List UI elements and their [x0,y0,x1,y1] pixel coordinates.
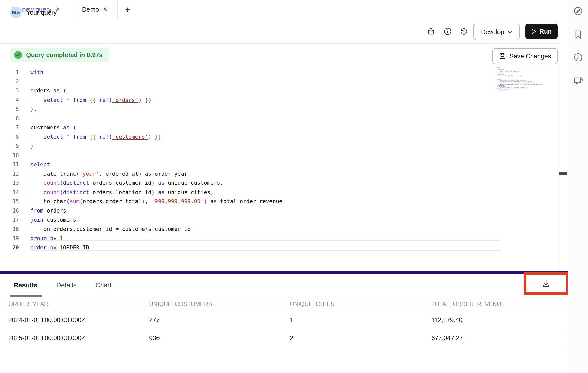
line-number: 19 [0,234,19,243]
share-icon[interactable] [427,27,435,36]
code-line: 16from orders [0,206,556,216]
line-number: 3 [0,86,19,96]
editor-tab[interactable]: Demo✕ [72,0,118,19]
sidebar-divider [568,46,588,46]
code-line: 9) [0,142,556,151]
scrollbar-thumb[interactable] [559,172,567,175]
table-right-border [567,297,567,346]
download-results-button[interactable] [524,272,569,295]
save-changes-button[interactable]: Save Changes [492,48,558,64]
run-button[interactable]: Run [525,24,558,39]
line-number: 12 [0,169,19,179]
code-line: 11select [0,160,556,169]
code-line: 10 [0,151,556,160]
table-row[interactable]: 2024-01-01T00:00:00.000Z2771112,179.40 [0,311,567,329]
download-icon [541,278,551,289]
tab-label: Demo [82,6,99,13]
history-icon[interactable] [460,27,468,36]
clock-icon[interactable] [573,52,583,63]
code-text: on orders.customer_id = customers.custom… [30,225,191,234]
results-tab-details[interactable]: Details [56,281,76,289]
editor-tab-bar: My new query✕Demo✕+ [0,0,568,19]
line-number: 16 [0,206,19,216]
save-changes-label: Save Changes [509,53,551,60]
code-line: 5), [0,105,556,114]
code-line: 15 to_char(sum(orders.order_total), '999… [0,197,556,206]
results-tab-chart[interactable]: Chart [95,281,111,289]
query-ide-window: { "tabs": { "items": [ {"label": "My new… [0,0,588,373]
code-text: select * from {{ ref('orders') }} [30,96,151,105]
table-row[interactable]: 2025-01-01T00:00:00.000Z9362677,047.27 [0,329,567,347]
active-tab-underline [10,295,42,297]
right-toolbar [568,0,588,373]
chevron-down-icon [508,30,512,33]
develop-button-label: Develop [481,28,504,36]
code-text: customers as ( [30,123,76,132]
line-number: 10 [0,151,19,160]
code-text: to_char(sum(orders.order_total), '999,99… [30,197,282,206]
sidebar-divider [568,69,588,69]
code-text: select [30,160,50,169]
sidebar-divider [568,23,588,23]
panel-resize-divider[interactable] [0,271,568,274]
code-text: date_trunc('year', ordered_at) as order_… [30,169,191,179]
ai-comment-icon[interactable] [573,75,583,86]
bookmark-icon[interactable] [573,29,583,40]
line-number: 8 [0,132,19,142]
table-cell: 112,179.40 [431,316,567,324]
line-number: 11 [0,160,19,169]
table-cell: 277 [149,316,290,324]
table-cell: 2024-01-01T00:00:00.000Z [8,316,149,324]
table-cell: 1 [290,316,431,324]
code-line: 19group by 1 [0,234,556,243]
table-cell: 677,047.27 [431,334,567,342]
close-icon[interactable]: ✕ [103,6,107,13]
run-button-label: Run [539,28,552,35]
status-badge: Query completed in 0.97s [10,48,109,62]
table-cell: 2025-01-01T00:00:00.000Z [8,334,149,342]
editor-scrollbar-gutter [559,43,567,271]
line-number: 13 [0,178,19,188]
line-number: 14 [0,188,19,197]
results-tab-results[interactable]: Results [14,281,37,289]
active-line-border [30,240,501,241]
results-tab-bar: ResultsDetailsChart [0,274,568,297]
line-number: 17 [0,215,19,225]
success-check-icon [14,51,22,59]
column-header: UNIQUE_CUSTOMERS [149,301,290,308]
minimap-line: order by 1ORDER_ID [497,90,542,91]
table-cell: 2 [290,334,431,342]
compass-icon[interactable] [573,6,583,16]
line-number: 7 [0,123,19,132]
code-text: ), [30,105,37,114]
develop-button[interactable]: Develop [473,24,520,40]
code-text: count(distinct orders.customer_id) as un… [30,178,223,188]
table-cell: 936 [149,334,290,342]
line-number: 15 [0,197,19,206]
code-text: ) [30,142,34,151]
line-number: 18 [0,225,19,234]
new-tab-button[interactable]: + [118,0,138,19]
code-line: 3orders as ( [0,86,556,96]
code-line: 1with [0,68,556,77]
info-icon[interactable] [443,27,452,36]
code-minimap[interactable]: withorders as ( select * from {{ ref('or… [497,67,542,91]
code-text: with [30,68,43,77]
code-text: count(distinct orders.location_id) as un… [30,188,214,197]
code-text: group by 1 [30,234,63,243]
code-line: 7customers as ( [0,123,556,132]
code-line: 6 [0,114,556,123]
avatar: MS [10,7,22,18]
line-number: 1 [0,68,19,77]
code-text: select * from {{ ref('customers') }} [30,132,161,142]
line-number: 6 [0,114,19,123]
active-line-border [30,250,501,251]
status-message: Query completed in 0.97s [26,51,103,59]
results-table: ORDER_YEARUNIQUE_CUSTOMERSUNIQUE_CITIEST… [0,297,567,347]
sql-code-editor[interactable]: 1with23orders as (4 select * from {{ ref… [0,68,556,252]
line-number: 5 [0,105,19,114]
code-line: 14 count(distinct orders.location_id) as… [0,188,556,197]
play-icon [531,29,536,34]
code-text: join customers [30,215,76,225]
table-body: 2024-01-01T00:00:00.000Z2771112,179.4020… [0,311,567,347]
